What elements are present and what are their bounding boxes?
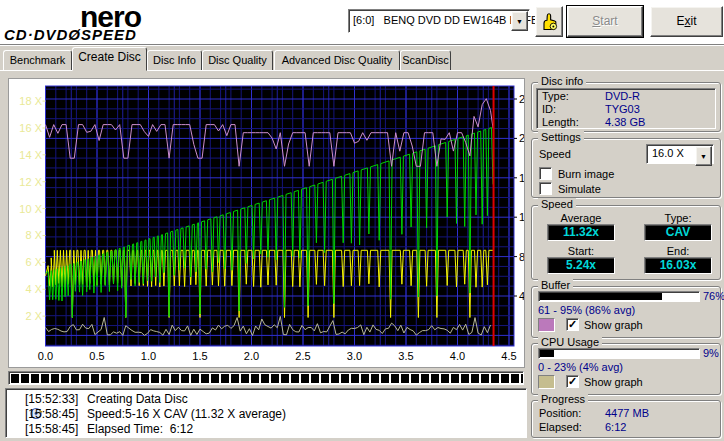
- svg-text:1.5: 1.5: [192, 350, 207, 362]
- write-progress-bar-fill: [11, 374, 523, 383]
- svg-text:16 X: 16 X: [19, 122, 42, 134]
- hand-icon: [539, 11, 559, 33]
- svg-text:0.5: 0.5: [89, 350, 104, 362]
- buffer-group: Buffer 76% 61 - 95% (86% avg) ✓ Show gra…: [531, 286, 721, 338]
- svg-text:3.0: 3.0: [347, 350, 362, 362]
- disc-id-label: ID:: [542, 103, 556, 115]
- burn-image-checkbox[interactable]: [539, 167, 552, 180]
- write-progress-bar: [8, 371, 524, 385]
- svg-text:8 X: 8 X: [25, 229, 42, 241]
- speed-average-value: 11.32x: [547, 224, 615, 241]
- cpu-show-graph-checkbox[interactable]: ✓: [566, 375, 579, 388]
- log-row: [15:52:33] Creating Data Disc: [10, 391, 526, 406]
- speed-average-label: Average: [547, 212, 615, 224]
- disc-info-group: Disc info Type: DVD-R ID: TYG03 Length: …: [531, 82, 721, 132]
- buffer-meter: [538, 291, 700, 302]
- speed-end-value: 16.03x: [644, 257, 712, 274]
- disc-length-value: 4.38 GB: [605, 116, 645, 128]
- cpu-color-swatch: [538, 375, 555, 389]
- tab-disc-info[interactable]: Disc Info: [147, 50, 202, 71]
- svg-text:12: 12: [519, 211, 524, 223]
- buffer-percent: 76%: [703, 290, 724, 302]
- burn-disc-icon: [10, 393, 25, 405]
- drive-select[interactable]: [6:0] BENQ DVD DD EW164B BEFB ▼: [348, 9, 530, 33]
- toolbar-separator: [0, 44, 724, 46]
- logo-cddvd: CD·DVD: [4, 26, 68, 43]
- svg-text:0.0: 0.0: [38, 350, 53, 362]
- cpu-range: 0 - 23% (4% avg): [538, 361, 623, 373]
- log-time: [15:58:45]: [25, 407, 87, 421]
- log-row: [15:58:45] Elapsed Time: 6:12: [10, 421, 526, 436]
- tab-benchmark[interactable]: Benchmark: [3, 50, 72, 71]
- log-icon-spacer: [10, 408, 25, 420]
- tab-advanced-disc-quality[interactable]: Advanced Disc Quality: [274, 50, 400, 71]
- speed-type-value: CAV: [644, 224, 712, 241]
- disc-id-value: TYG03: [605, 103, 640, 115]
- speed-select-value: 16.0 X: [652, 147, 684, 159]
- tab-create-disc[interactable]: Create Disc: [72, 47, 147, 71]
- svg-text:4 X: 4 X: [25, 283, 42, 295]
- speed-group: Speed Average Type: 11.32x CAV Start: En…: [531, 205, 721, 280]
- position-label: Position:: [539, 407, 581, 419]
- drive-select-dropdown-button[interactable]: ▼: [511, 11, 528, 31]
- progress-title: Progress: [538, 393, 588, 405]
- exit-button[interactable]: Exit: [650, 6, 723, 37]
- toolbar: nero CD·DVDØSPEED [6:0] BENQ DVD DD EW16…: [0, 0, 724, 44]
- simulate-label: Simulate: [558, 183, 601, 195]
- svg-text:24: 24: [519, 93, 524, 105]
- svg-text:16: 16: [519, 172, 524, 184]
- svg-text:10 X: 10 X: [19, 203, 42, 215]
- exit-label-post: it: [691, 14, 697, 28]
- svg-text:1.0: 1.0: [141, 350, 156, 362]
- buffer-color-swatch: [538, 318, 555, 332]
- svg-text:2 X: 2 X: [25, 310, 42, 322]
- disc-type-label: Type:: [542, 90, 569, 102]
- settings-group: Settings Speed 16.0 X ▼ Burn image Simul…: [531, 138, 721, 198]
- svg-text:18 X: 18 X: [19, 95, 42, 107]
- select-speed-button[interactable]: [535, 6, 563, 37]
- buffer-title: Buffer: [538, 279, 573, 291]
- elapsed-label: Elapsed:: [539, 421, 582, 433]
- buffer-show-graph-checkbox[interactable]: ✓: [566, 318, 579, 331]
- logo-slash: Ø: [68, 26, 81, 43]
- svg-text:12 X: 12 X: [19, 176, 42, 188]
- svg-text:6 X: 6 X: [25, 256, 42, 268]
- log-time: [15:52:33]: [25, 392, 87, 406]
- speed-type-label: Type:: [644, 212, 712, 224]
- svg-text:3.5: 3.5: [398, 350, 413, 362]
- log-text: Creating Data Disc: [87, 392, 188, 406]
- svg-text:4.5: 4.5: [501, 350, 516, 362]
- buffer-show-graph-label: Show graph: [584, 319, 643, 331]
- settings-title: Settings: [538, 131, 584, 143]
- speed-select[interactable]: 16.0 X ▼: [646, 144, 714, 164]
- svg-text:14 X: 14 X: [19, 149, 42, 161]
- log-panel: [15:52:33] Creating Data Disc [15:58:45]…: [5, 388, 527, 438]
- logo-speed: SPEED: [81, 26, 137, 43]
- disc-type-value: DVD-R: [605, 90, 640, 102]
- tab-scandisc[interactable]: ScanDisc: [400, 50, 451, 71]
- svg-text:4.0: 4.0: [450, 350, 465, 362]
- log-text: Speed:5-16 X CAV (11.32 X average): [87, 407, 286, 421]
- progress-group: Progress Position: 4477 MB Elapsed: 6:12: [531, 400, 721, 438]
- nero-cd-dvd-speed-window: { "brand": { "line1": "nero", "line2a": …: [0, 0, 724, 441]
- simulate-checkbox[interactable]: [539, 182, 552, 195]
- log-time: [15:58:45]: [25, 422, 87, 436]
- svg-text:20: 20: [519, 132, 524, 144]
- disc-length-label: Length:: [542, 116, 579, 128]
- speed-start-label: Start:: [547, 245, 615, 257]
- svg-text:8: 8: [519, 251, 524, 263]
- cpu-group: CPU Usage 9% 0 - 23% (4% avg) ✓ Show gra…: [531, 343, 721, 395]
- cpu-show-graph-label: Show graph: [584, 376, 643, 388]
- elapsed-value: 6:12: [605, 421, 626, 433]
- speed-end-label: End:: [644, 245, 712, 257]
- cpu-meter-fill: [540, 350, 554, 357]
- speed-title: Speed: [538, 198, 576, 210]
- cd-dvd-speed-logo: CD·DVDØSPEED: [4, 26, 137, 43]
- disc-info-title: Disc info: [538, 75, 586, 87]
- position-value: 4477 MB: [605, 407, 649, 419]
- start-button[interactable]: Start: [567, 6, 643, 37]
- tab-disc-quality[interactable]: Disc Quality: [202, 50, 273, 71]
- log-row: [15:58:45] Speed:5-16 X CAV (11.32 X ave…: [10, 406, 526, 421]
- speed-select-dropdown-button[interactable]: ▼: [695, 146, 712, 166]
- burn-image-label: Burn image: [558, 168, 614, 180]
